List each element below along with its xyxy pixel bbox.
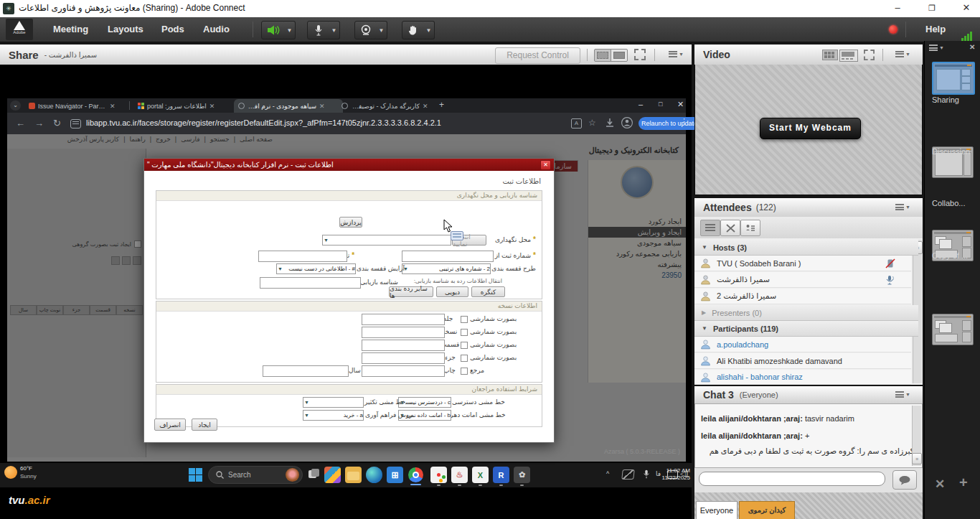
- r-app-icon[interactable]: R: [493, 467, 509, 483]
- layout-thumb-sharing[interactable]: [932, 62, 975, 95]
- count-checkbox[interactable]: [461, 329, 468, 336]
- create-button[interactable]: ایجاد: [192, 419, 217, 431]
- dewey-button[interactable]: دیویی: [436, 286, 468, 297]
- filmstrip-view-icon[interactable]: [839, 50, 858, 62]
- download-icon[interactable]: [606, 118, 614, 128]
- excel-app-icon[interactable]: X: [472, 467, 489, 483]
- start-button[interactable]: [189, 468, 202, 482]
- tab-close-icon[interactable]: ✕: [209, 103, 215, 110]
- mua-app-icon[interactable]: [324, 467, 341, 483]
- register-to-input[interactable]: [258, 251, 347, 262]
- fullscreen-icon[interactable]: [864, 50, 875, 60]
- part-input[interactable]: [362, 340, 445, 351]
- browser-tab-1[interactable]: Issue Navigator - Pars Azarakhsh✕: [24, 99, 133, 113]
- attendee-row-host-3[interactable]: سمیرا ذالفرشت 2: [694, 289, 911, 304]
- ms-store-icon[interactable]: ⊞: [387, 467, 403, 483]
- video-pod-menu-icon[interactable]: ▼: [895, 51, 910, 57]
- tab-close-icon[interactable]: ✕: [423, 103, 428, 110]
- connection-signal-icon[interactable]: [961, 32, 972, 41]
- layouts-menu-icon[interactable]: ▼: [929, 45, 944, 51]
- attendee-list-view-icon[interactable]: [700, 220, 720, 236]
- chrome-menu-icon[interactable]: ⋮: [680, 117, 688, 126]
- remove-layout-icon[interactable]: ✕: [935, 477, 945, 492]
- menu-pods[interactable]: Pods: [161, 17, 184, 42]
- new-tab-icon[interactable]: +: [439, 100, 444, 110]
- url-text[interactable]: libapp.tvu.ac.ir/faces/storage/register/…: [86, 118, 488, 127]
- taskbar-search[interactable]: Search: [208, 466, 303, 484]
- menu-layouts[interactable]: Layouts: [108, 17, 143, 42]
- shelf-order-select[interactable]: ▼# - اطلاعاتی در دست نیست: [276, 263, 356, 274]
- tab-close-icon[interactable]: ✕: [319, 103, 325, 110]
- weather-condition[interactable]: Sunny: [20, 473, 37, 480]
- attendee-row-participant-1[interactable]: a.pouladchang: [694, 337, 911, 352]
- fullscreen-icon[interactable]: [634, 49, 646, 60]
- attendee-row-participant-2[interactable]: Ali Khatibi amozeshkade damavand: [694, 353, 911, 369]
- menu-meeting[interactable]: Meeting: [53, 17, 88, 42]
- access-policy-select[interactable]: ▼c - دردسترس نیست: [398, 397, 451, 408]
- task-view-icon[interactable]: [308, 469, 320, 479]
- mic-button[interactable]: [307, 21, 330, 39]
- bookmark-star-icon[interactable]: ☆: [588, 118, 596, 128]
- shelf-plan-select[interactable]: ▼2 - شماره های ترتیبی: [402, 263, 491, 274]
- browser-restore-icon[interactable]: □: [659, 100, 662, 108]
- print-input[interactable]: [362, 365, 445, 377]
- grid-view-icon[interactable]: [822, 50, 838, 60]
- attendee-row-participant-3[interactable]: alishahi - bahonar shiraz: [694, 370, 911, 385]
- add-layout-icon[interactable]: +: [959, 474, 968, 491]
- chat-tab-private[interactable]: کیدان ترموی: [739, 501, 795, 519]
- speaker-button[interactable]: [261, 21, 286, 39]
- reload-icon[interactable]: ↻: [53, 118, 61, 128]
- tray-mic-icon[interactable]: [643, 469, 650, 480]
- edge-icon[interactable]: [366, 467, 382, 483]
- attendee-row-host-2[interactable]: سمیرا ذالفرشت: [694, 272, 911, 288]
- tab-close-icon[interactable]: ✕: [110, 103, 116, 110]
- volume-input[interactable]: [362, 314, 445, 325]
- full-view-icon[interactable]: [611, 49, 628, 62]
- chat-scrollbar[interactable]: ≡: [912, 406, 920, 466]
- year-input[interactable]: [263, 365, 349, 377]
- attendee-status-view-icon[interactable]: [740, 220, 760, 236]
- count-checkbox[interactable]: [461, 355, 468, 362]
- tray-time[interactable]: 11:02 AM: [662, 467, 690, 474]
- share-pod-menu-icon[interactable]: ▼: [669, 51, 684, 57]
- attendee-row-host-1[interactable]: TVU ( Sodabeh Barani ): [694, 256, 911, 271]
- language-indicator[interactable]: فا: [656, 470, 661, 477]
- weather-icon[interactable]: [4, 466, 17, 479]
- raise-hand-dropdown[interactable]: ▼: [423, 21, 435, 39]
- chrome-icon[interactable]: [407, 467, 424, 483]
- start-webcam-button[interactable]: Start My Webcam: [760, 118, 861, 139]
- presenters-group-header[interactable]: ▶ Presenters (0): [694, 305, 918, 321]
- location-select[interactable]: ▼: [322, 235, 451, 246]
- attendees-pod-menu-icon[interactable]: ▼: [895, 204, 910, 210]
- forward-icon[interactable]: →: [34, 118, 44, 128]
- copy-input[interactable]: [362, 327, 445, 338]
- reference-checkbox[interactable]: [461, 368, 468, 375]
- site-info-icon[interactable]: [70, 119, 81, 128]
- congress-button[interactable]: کنگره: [471, 286, 505, 297]
- java-app-icon[interactable]: ♨: [451, 467, 468, 483]
- register-from-input[interactable]: [402, 251, 494, 262]
- layout-label-collaboration[interactable]: Collabo...: [932, 199, 965, 207]
- colored-dots-app-icon[interactable]: [430, 467, 447, 483]
- recording-indicator-icon[interactable]: [889, 25, 897, 34]
- retrieval-id-input[interactable]: [260, 277, 361, 289]
- tab-search-icon[interactable]: ⌄: [10, 100, 21, 111]
- browser-minimize-icon[interactable]: –: [639, 100, 643, 108]
- network-status-icon[interactable]: [621, 469, 634, 480]
- layout-label-copy[interactable]: Copy of ...: [932, 251, 968, 260]
- participants-group-header[interactable]: ▼ Participants (119): [694, 321, 918, 337]
- back-icon[interactable]: ←: [16, 118, 25, 128]
- hosts-group-header[interactable]: ▼ Hosts (3): [694, 240, 918, 256]
- weather-temp[interactable]: 60°F: [20, 465, 32, 472]
- webcam-dropdown[interactable]: ▼: [376, 21, 387, 39]
- send-message-button[interactable]: [892, 470, 917, 490]
- process-button[interactable]: پردازش: [339, 217, 362, 228]
- browser-tab-4[interactable]: کاربرگه مدارک - توصیفگر - شماره✕: [337, 99, 443, 113]
- raise-hand-button[interactable]: [402, 21, 425, 39]
- request-control-button[interactable]: Request Control: [495, 47, 580, 64]
- browser-tab-3-active[interactable]: سیاهه موجودی - نرم افزار کتابخانه✕: [234, 99, 343, 113]
- chat-input[interactable]: [699, 472, 885, 486]
- file-explorer-icon[interactable]: [345, 467, 362, 483]
- count-checkbox[interactable]: [461, 316, 468, 323]
- chat-tab-everyone[interactable]: Everyone: [696, 501, 738, 519]
